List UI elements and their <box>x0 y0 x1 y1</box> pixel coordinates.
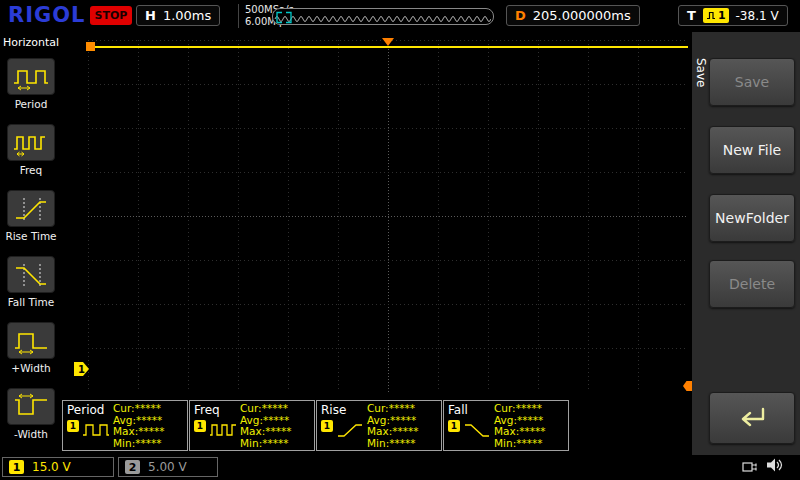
channel2-status[interactable]: 2 5.00 V <box>118 457 218 477</box>
min-value: Min:***** <box>113 438 183 450</box>
channel1-status[interactable]: 1 15.0 V <box>2 457 114 477</box>
run-state-badge: STOP <box>90 6 132 25</box>
usb-icon <box>742 459 760 478</box>
right-menu-panel: Save Save New File NewFolder Delete <box>692 32 800 455</box>
max-value: Max:***** <box>240 426 310 438</box>
measurement-panel-period: Period 1 Cur:***** Avg:***** Max:***** M… <box>62 400 188 451</box>
horizontal-timebase-group: H 1.00ms <box>136 5 220 26</box>
max-value: Max:***** <box>367 426 437 438</box>
speaker-icon <box>766 457 784 477</box>
preview-wave <box>275 17 491 22</box>
plus-width-icon <box>11 326 51 356</box>
new-file-button[interactable]: New File <box>709 126 795 174</box>
ch2-badge: 2 <box>125 460 140 474</box>
menu-title: Horizontal <box>0 36 62 49</box>
channel-badge: 1 <box>448 420 460 432</box>
h-label: H <box>145 8 156 23</box>
delay-group: D 205.000000ms <box>506 5 640 26</box>
menu-item-minus-width[interactable]: -Width <box>0 388 62 440</box>
save-button[interactable]: Save <box>709 58 795 106</box>
left-menu: Horizontal Period Freq Rise Time <box>0 32 62 455</box>
max-value: Max:***** <box>113 426 183 438</box>
menu-item-rise-time[interactable]: Rise Time <box>0 190 62 242</box>
min-value: Min:***** <box>494 438 564 450</box>
trace-start-marker <box>86 42 95 51</box>
graticule: 1 <box>88 40 688 392</box>
ch1-scale: 15.0 V <box>32 460 71 474</box>
max-value: Max:***** <box>494 426 564 438</box>
cur-value: Cur:***** <box>240 403 310 415</box>
delete-button[interactable]: Delete <box>709 260 795 308</box>
oscilloscope-screen: RIGOL STOP H 1.00ms 500MSa/s 6.00M pts D… <box>0 0 800 480</box>
freq-meas-icon <box>209 420 237 440</box>
timebase-value: 1.00ms <box>163 8 211 23</box>
measurement-panel-fall: Fall 1 Cur:***** Avg:***** Max:***** Min… <box>443 400 569 451</box>
d-label: D <box>515 8 526 23</box>
trigger-position-marker <box>382 38 394 46</box>
trigger-slope-icon <box>706 11 716 20</box>
menu-item-plus-width[interactable]: +Width <box>0 322 62 374</box>
fall-time-icon <box>11 260 51 290</box>
ch2-scale: 5.00 V <box>148 460 187 474</box>
measurement-panel-freq: Freq 1 Cur:***** Avg:***** Max:***** Min… <box>189 400 315 451</box>
fall-meas-icon <box>463 420 491 440</box>
rigol-logo: RIGOL <box>8 3 85 27</box>
t-label: T <box>687 8 696 23</box>
trigger-level-value: -38.1 V <box>736 9 779 23</box>
grid <box>88 40 688 392</box>
cur-value: Cur:***** <box>494 403 564 415</box>
return-arrow-icon <box>733 404 771 432</box>
ch1-badge: 1 <box>9 460 24 474</box>
period-icon <box>11 62 51 92</box>
channel-badge: 1 <box>67 420 79 432</box>
minus-width-icon <box>11 392 51 422</box>
min-value: Min:***** <box>240 438 310 450</box>
trigger-source-badge: 1 <box>703 8 729 23</box>
menu-item-fall-time[interactable]: Fall Time <box>0 256 62 308</box>
channel-badge: 1 <box>321 420 333 432</box>
min-value: Min:***** <box>367 438 437 450</box>
period-meas-icon <box>82 420 110 440</box>
freq-icon <box>11 128 51 158</box>
ch1-trace <box>88 46 688 48</box>
rise-meas-icon <box>336 420 364 440</box>
waveform-preview[interactable] <box>272 8 494 25</box>
delay-value: 205.000000ms <box>533 8 631 23</box>
menu-item-period[interactable]: Period <box>0 58 62 110</box>
trigger-group: T 1 -38.1 V <box>678 5 788 26</box>
rise-time-icon <box>11 194 51 224</box>
measurement-panel-rise: Rise 1 Cur:***** Avg:***** Max:***** Min… <box>316 400 442 451</box>
cur-value: Cur:***** <box>367 403 437 415</box>
back-button[interactable] <box>709 392 795 444</box>
channel-badge: 1 <box>194 420 206 432</box>
save-tab-label: Save <box>694 58 708 87</box>
new-folder-button[interactable]: NewFolder <box>709 194 795 242</box>
ch1-level-marker: 1 <box>74 362 89 376</box>
cur-value: Cur:***** <box>113 403 183 415</box>
menu-item-freq[interactable]: Freq <box>0 124 62 176</box>
